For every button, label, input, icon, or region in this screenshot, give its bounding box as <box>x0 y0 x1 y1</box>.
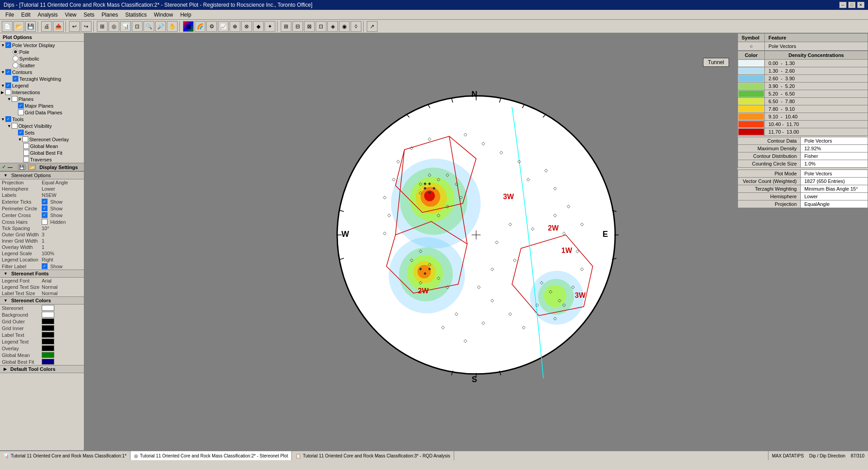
tree-terzaghi[interactable]: ✓ Terzaghi Weighting <box>0 75 84 82</box>
tree-tools[interactable]: ▼ ✓ Tools <box>0 116 84 122</box>
expand-intersections[interactable]: ▶ <box>1 90 4 95</box>
extra-btn-5[interactable]: ◈ <box>327 21 338 32</box>
analysis-button[interactable]: 📈 <box>218 21 229 32</box>
default-tool-colors-header[interactable]: ▶ Default Tool Colors <box>0 365 84 373</box>
grid-outer-swatch[interactable] <box>42 318 54 324</box>
plot-options-header[interactable]: Plot Options <box>0 33 84 42</box>
table-view-button[interactable]: ⊞ <box>97 21 108 32</box>
tree-stereonet-overlay[interactable]: ▼ Stereonet Overlay <box>0 136 84 143</box>
extra-btn-2[interactable]: ⊟ <box>292 21 303 32</box>
ds-btn-load[interactable]: 📂 <box>28 165 36 170</box>
label-text-swatch[interactable] <box>42 332 54 338</box>
check-legend[interactable]: ✓ <box>5 83 11 88</box>
ds-btn-save[interactable]: 💾 <box>18 165 26 170</box>
menu-sets[interactable]: Sets <box>80 11 98 19</box>
radio-scatter[interactable] <box>13 62 18 68</box>
check-pole-vector[interactable]: ✓ <box>5 42 11 48</box>
check-terzaghi[interactable]: ✓ <box>13 76 18 82</box>
status-tab-2[interactable]: ◎ Tutorial 11 Oriented Core and Rock Mas… <box>130 451 292 460</box>
expand-fonts[interactable]: ▼ <box>4 271 8 276</box>
tree-grid-planes[interactable]: Grid Data Planes <box>0 109 84 116</box>
print-button[interactable]: 🖨 <box>41 21 52 32</box>
sets-button[interactable]: ◆ <box>253 21 264 32</box>
tree-contours[interactable]: ▼ ✓ Contours <box>0 69 84 75</box>
tree-object-visibility[interactable]: ▼ Object Visibility <box>0 122 84 129</box>
expand-tool-colors[interactable]: ▶ <box>4 367 7 371</box>
expand-overlay[interactable]: ▼ <box>18 137 22 142</box>
expand-planes[interactable]: ▼ <box>7 97 11 101</box>
check-sets[interactable]: ✓ <box>18 130 24 135</box>
display-settings-header[interactable]: ✓ — 💾 📂 Display Settings <box>0 163 84 171</box>
grid-inner-swatch[interactable] <box>42 325 54 331</box>
expand-obj-vis[interactable]: ▼ <box>7 124 11 128</box>
tree-planes[interactable]: ▼ Planes <box>0 96 84 102</box>
color-button[interactable]: ▩ <box>183 21 194 32</box>
settings-button[interactable]: ⚙ <box>206 21 217 32</box>
extra-btn-6[interactable]: ◉ <box>339 21 350 32</box>
tree-major-planes[interactable]: ✓ Major Planes <box>0 102 84 109</box>
expand-colors[interactable]: ▼ <box>4 298 8 303</box>
save-button[interactable]: 💾 <box>25 21 36 32</box>
close-button[interactable]: ✕ <box>857 2 864 8</box>
overlay-swatch[interactable] <box>42 345 54 351</box>
check-traverses[interactable] <box>23 157 29 162</box>
stereonet-colors-header[interactable]: ▼ Stereonet Colors <box>0 296 84 305</box>
check-planes[interactable] <box>12 96 17 102</box>
minimize-button[interactable]: ─ <box>839 2 846 8</box>
global-best-fit-swatch[interactable] <box>42 359 54 365</box>
zoom-fit-button[interactable]: ⊡ <box>132 21 143 32</box>
menu-view[interactable]: View <box>61 11 80 19</box>
new-button[interactable]: 📄 <box>2 21 13 32</box>
tree-traverses[interactable]: Traverses <box>0 156 84 163</box>
expand-legend[interactable]: ▼ <box>1 83 4 88</box>
plot-button[interactable]: 📊 <box>120 21 131 32</box>
arrow-button[interactable]: ↗ <box>367 21 378 32</box>
tree-global-best-fit[interactable]: Global Best Fit <box>0 149 84 156</box>
radio-pole[interactable] <box>13 49 18 55</box>
expand-contours[interactable]: ▼ <box>1 70 4 74</box>
radio-symbolic[interactable] <box>13 56 18 61</box>
check-obj-vis[interactable] <box>12 123 17 129</box>
check-center-cross[interactable]: ✓ <box>42 212 48 218</box>
redo-button[interactable]: ↪ <box>81 21 91 32</box>
stereonet-fonts-header[interactable]: ▼ Stereonet Fonts <box>0 270 84 278</box>
vectors-button[interactable]: ⊕ <box>230 21 240 32</box>
stereonet-color-swatch[interactable] <box>42 305 54 311</box>
status-tab-1[interactable]: 📊 Tutorial 11 Oriented Core and Rock Mas… <box>0 451 130 460</box>
check-ext-ticks[interactable]: ✓ <box>42 199 48 205</box>
tree-global-mean[interactable]: Global Mean <box>0 143 84 149</box>
zoom-in-button[interactable]: 🔍 <box>143 21 154 32</box>
tree-symbolic[interactable]: Symbolic <box>0 55 84 62</box>
maximize-button[interactable]: □ <box>848 2 855 8</box>
expand-tools[interactable]: ▼ <box>1 117 4 122</box>
menu-help[interactable]: Help <box>177 11 195 19</box>
extra-btn-1[interactable]: ⊞ <box>281 21 291 32</box>
menu-statistics[interactable]: Statistics <box>122 11 150 19</box>
check-contours[interactable]: ✓ <box>5 69 11 75</box>
stereonet-options-header[interactable]: ▼ Stereonet Options <box>0 171 84 179</box>
menu-analysis[interactable]: Analysis <box>34 11 61 19</box>
expand-stereonet-opts[interactable]: ▼ <box>4 173 8 178</box>
background-swatch[interactable] <box>42 312 54 318</box>
check-global-best-fit[interactable] <box>23 150 29 156</box>
menu-window[interactable]: Window <box>150 11 177 19</box>
expand-pole-vector[interactable]: ▼ <box>1 43 4 48</box>
planes-button[interactable]: ⊗ <box>241 21 252 32</box>
open-button[interactable]: 📂 <box>13 21 24 32</box>
tree-intersections[interactable]: ▶ Intersections <box>0 89 84 96</box>
status-tab-3[interactable]: 📋 Tutorial 11 Oriented Core and Rock Mas… <box>292 451 454 460</box>
stereonet-button[interactable]: ◎ <box>108 21 119 32</box>
export-button[interactable]: 📤 <box>53 21 64 32</box>
menu-edit[interactable]: Edit <box>17 11 34 19</box>
mean-button[interactable]: ✦ <box>265 21 275 32</box>
check-grid-planes[interactable] <box>18 109 24 115</box>
check-intersections[interactable] <box>5 89 11 95</box>
extra-btn-7[interactable]: ◊ <box>351 21 361 32</box>
check-major-planes[interactable]: ✓ <box>18 103 24 109</box>
tree-pole-vector-display[interactable]: ▼ ✓ Plot Options Pole Vector Display <box>0 42 84 48</box>
tree-sets[interactable]: ✓ Sets <box>0 129 84 136</box>
check-perimeter[interactable]: ✓ <box>42 205 48 211</box>
global-mean-swatch[interactable] <box>42 352 54 358</box>
zoom-out-button[interactable]: 🔎 <box>155 21 166 32</box>
menu-file[interactable]: File <box>2 11 17 19</box>
